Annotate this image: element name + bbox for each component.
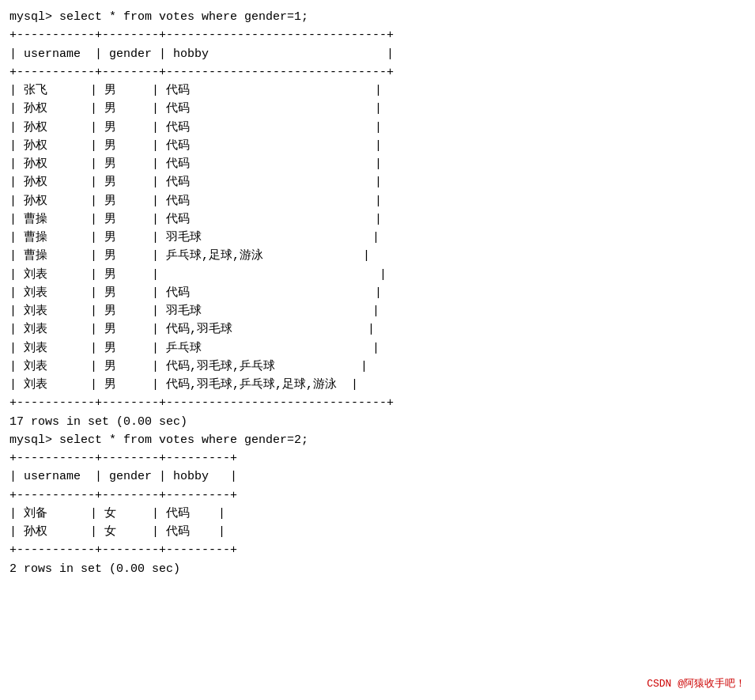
- terminal-line: | 刘表 | 男 | |: [9, 266, 746, 284]
- terminal-line: | 孙权 | 女 | 代码 |: [9, 523, 746, 541]
- terminal-line: | 曹操 | 男 | 乒乓球,足球,游泳 |: [9, 247, 746, 265]
- terminal-line: | 刘表 | 男 | 羽毛球 |: [9, 302, 746, 320]
- terminal-line: | username | gender | hobby |: [9, 45, 746, 63]
- terminal-line: | 孙权 | 男 | 代码 |: [9, 155, 746, 173]
- terminal-line: | 孙权 | 男 | 代码 |: [9, 100, 746, 118]
- terminal-line: | 孙权 | 男 | 代码 |: [9, 137, 746, 155]
- terminal-line: | 孙权 | 男 | 代码 |: [9, 119, 746, 137]
- terminal-line: | 刘表 | 男 | 代码 |: [9, 284, 746, 302]
- terminal-line: | username | gender | hobby |: [9, 467, 746, 486]
- terminal-line: | 张飞 | 男 | 代码 |: [9, 81, 746, 100]
- terminal-line: | 刘表 | 男 | 代码,羽毛球,乒乓球 |: [9, 358, 746, 376]
- terminal-line: | 曹操 | 男 | 代码 |: [9, 210, 746, 229]
- watermark: CSDN @阿猿收手吧！: [647, 676, 746, 691]
- terminal-line: +-----------+--------+------------------…: [9, 394, 746, 412]
- terminal-line: | 刘表 | 男 | 代码,羽毛球 |: [9, 320, 746, 339]
- terminal-line: | 孙权 | 男 | 代码 |: [9, 173, 746, 191]
- terminal-line: +-----------+--------+---------+: [9, 541, 746, 559]
- terminal-line: | 曹操 | 男 | 羽毛球 |: [9, 229, 746, 247]
- terminal-line: mysql> select * from votes where gender=…: [9, 8, 746, 26]
- terminal-line: +-----------+--------+---------+: [9, 449, 746, 467]
- terminal-line: +-----------+--------+------------------…: [9, 26, 746, 44]
- terminal-line: +-----------+--------+------------------…: [9, 63, 746, 81]
- terminal-line: | 孙权 | 男 | 代码 |: [9, 192, 746, 210]
- terminal-line: mysql> select * from votes where gender=…: [9, 431, 746, 449]
- terminal-line: 17 rows in set (0.00 sec): [9, 413, 746, 431]
- terminal-line: | 刘表 | 男 | 代码,羽毛球,乒乓球,足球,游泳 |: [9, 376, 746, 394]
- terminal-line: +-----------+--------+---------+: [9, 486, 746, 505]
- terminal-line: | 刘表 | 男 | 乒乓球 |: [9, 339, 746, 358]
- terminal-line: 2 rows in set (0.00 sec): [9, 560, 746, 578]
- terminal-line: | 刘备 | 女 | 代码 |: [9, 505, 746, 523]
- terminal-output: mysql> select * from votes where gender=…: [9, 8, 746, 578]
